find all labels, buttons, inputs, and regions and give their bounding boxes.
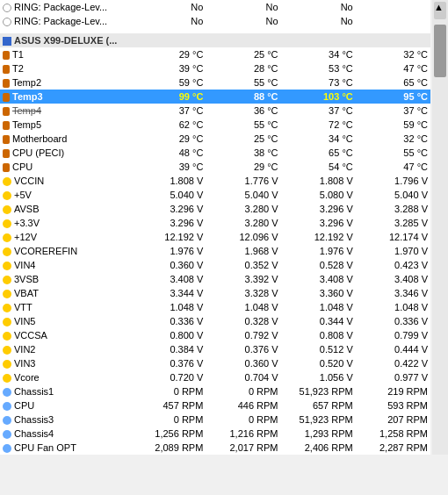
value-col2: 0 RPM <box>206 412 280 427</box>
value-col2: 25 °C <box>206 132 280 146</box>
val3: 1.056 V <box>320 372 353 383</box>
sensor-name: 3VSB <box>14 274 39 284</box>
value-col1: 0 RPM <box>131 412 206 427</box>
table-row: Temp2 59 °C 55 °C 73 °C 65 °C <box>0 75 430 90</box>
table-row: T1 29 °C 25 °C 34 °C 32 °C <box>0 47 430 61</box>
table-row: +12V 12.192 V 12.096 V 12.192 V 12.174 V <box>0 230 430 244</box>
sensor-label-cell: VCCSA <box>0 328 131 342</box>
val1: 0.720 V <box>170 372 203 383</box>
scroll-track[interactable] <box>432 21 448 455</box>
val2: 1.776 V <box>245 176 278 186</box>
table-row: VBAT 3.344 V 3.328 V 3.360 V 3.346 V <box>0 286 430 300</box>
val1: 5.040 V <box>170 190 203 200</box>
sensor-name: T1 <box>12 49 24 60</box>
sensor-label-cell: RING: Package-Lev... <box>0 0 131 14</box>
sensor-label-cell: Temp3 <box>0 90 131 104</box>
val2: 3.392 V <box>245 274 278 284</box>
value-col2: 1.968 V <box>206 244 280 258</box>
val4: 12.174 V <box>389 232 428 242</box>
value-col1: 99 °C <box>131 90 206 104</box>
sensor-label-cell: VCCIN <box>0 174 131 188</box>
val3: 1.976 V <box>320 246 353 256</box>
val4: 0.444 V <box>394 344 428 355</box>
sensor-label-cell: T1 <box>0 47 131 61</box>
table-row: VIN5 0.336 V 0.328 V 0.344 V 0.336 V <box>0 314 430 328</box>
value-col4: 1.048 V <box>356 300 430 314</box>
value-col1: 1.808 V <box>131 174 206 188</box>
sensor-label-cell: Chassis1 <box>0 384 131 398</box>
voltage-icon <box>3 360 11 369</box>
value-col4: 37 °C <box>356 104 430 118</box>
sensor-label-cell: VIN5 <box>0 314 131 328</box>
value-col1: No <box>131 14 206 28</box>
voltage-icon <box>3 262 11 270</box>
value-col4: 0.422 V <box>356 356 430 370</box>
value-col1: 2,089 RPM <box>131 441 206 455</box>
sensor-name: Chassis4 <box>14 428 54 439</box>
val1: 99 °C <box>179 91 204 102</box>
table-row: RING: Package-Lev... No No No <box>0 0 430 14</box>
val4: 32 °C <box>403 133 428 144</box>
val4: 47 °C <box>403 161 428 172</box>
sensor-name: Temp5 <box>12 119 41 130</box>
sensor-label-cell: +5V <box>0 188 131 202</box>
val1: 48 °C <box>179 147 204 158</box>
value-col3: 1,293 RPM <box>281 427 356 441</box>
val3: 65 °C <box>329 147 353 158</box>
val3: 0.344 V <box>320 316 353 326</box>
value-col1: 3.296 V <box>131 202 206 216</box>
val4: 3.285 V <box>394 218 428 228</box>
sensor-name: RING: Package-Lev... <box>14 16 107 26</box>
scroll-thumb[interactable] <box>434 25 446 77</box>
value-col1: 12.192 V <box>131 230 206 244</box>
value-col4 <box>356 14 430 28</box>
table-row: Chassis3 0 RPM 0 RPM 51,923 RPM 207 RPM <box>0 412 430 427</box>
value-col1: 3.408 V <box>131 272 206 286</box>
table-row: CPU 39 °C 29 °C 54 °C 47 °C <box>0 160 430 174</box>
sensor-label-cell: Motherboard <box>0 132 131 146</box>
val3: 37 °C <box>329 105 353 116</box>
value-col2: 36 °C <box>206 104 280 118</box>
value-col3: 103 °C <box>281 90 356 104</box>
val3: 657 RPM <box>313 400 353 411</box>
sensor-label-cell: VTT <box>0 300 131 314</box>
voltage-icon <box>3 177 11 186</box>
sensor-label-cell: VIN4 <box>0 258 131 272</box>
value-col1: 1.976 V <box>131 244 206 258</box>
table-row: 3VSB 3.408 V 3.392 V 3.408 V 3.408 V <box>0 272 430 286</box>
val4: 2,287 RPM <box>379 442 428 453</box>
value-col4: 32 °C <box>356 132 430 146</box>
table-row: +3.3V 3.296 V 3.280 V 3.296 V 3.285 V <box>0 216 430 230</box>
val1: 3.344 V <box>170 288 203 298</box>
value-col3: 37 °C <box>281 104 356 118</box>
value-col3: 3.408 V <box>281 272 356 286</box>
val4: 5.040 V <box>394 190 428 200</box>
sensor-table-container: RING: Package-Lev... No No No RING: Pack… <box>0 0 430 455</box>
val4: 3.408 V <box>394 274 428 284</box>
sensor-name: +12V <box>14 232 37 242</box>
val3: 54 °C <box>329 161 353 172</box>
val4: 1,258 RPM <box>379 428 428 439</box>
value-col3: 1.976 V <box>281 244 356 258</box>
val2: 0.792 V <box>245 330 278 341</box>
val2: 1.968 V <box>245 246 278 256</box>
val3: 3.360 V <box>320 288 353 298</box>
sensor-name: Temp3 <box>12 91 43 102</box>
val2: 25 °C <box>254 49 278 60</box>
thermometer-icon <box>3 79 10 88</box>
val1: 1.808 V <box>170 176 203 186</box>
value-col3: 3.296 V <box>281 216 356 230</box>
value-col4 <box>356 0 430 14</box>
val2: 446 RPM <box>238 400 278 411</box>
table-row: VCCSA 0.800 V 0.792 V 0.808 V 0.799 V <box>0 328 430 342</box>
value-col1: 37 °C <box>131 104 206 118</box>
val4: 0.423 V <box>394 260 428 270</box>
scrollbar[interactable]: ▲ ▼ <box>432 0 448 455</box>
value-col2: 5.040 V <box>206 188 280 202</box>
scroll-up-button[interactable]: ▲ <box>434 2 446 19</box>
sensor-label-cell: CPU <box>0 398 131 412</box>
val4: 219 RPM <box>387 386 428 397</box>
value-col2: 1,216 RPM <box>206 427 280 441</box>
val1: 1.048 V <box>170 302 203 312</box>
value-col2: 28 °C <box>206 61 280 75</box>
